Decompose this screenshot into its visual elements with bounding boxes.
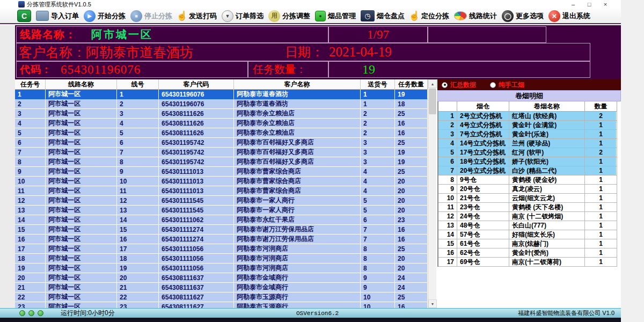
toolbar-button-烟品管理[interactable]: 烟品管理 (315, 11, 356, 21)
bin-cell: 17号立式分拣机 (457, 148, 509, 157)
toolbar-button-发送打码[interactable]: 发送打码 (177, 10, 217, 22)
table-cell: 19 (117, 264, 159, 273)
toolbar-button-导入订单[interactable]: 导入订单 (36, 11, 79, 21)
list-item[interactable]: 1348号仓长白山(777)1 (438, 221, 616, 230)
table-row[interactable]: 15阿市城一区15654301111274阿勒泰市谢万江劳保用品店716 (15, 225, 428, 235)
list-item[interactable]: 1123号仓黄鹤楼 (天下名楼)1 (438, 203, 616, 212)
row-number-cell: 12 (438, 212, 457, 221)
table-row[interactable]: 21阿市城一区21654308111637阿勒泰市金域商行924 (15, 283, 428, 292)
table-row[interactable]: 1阿市城一区1654301196076阿勒泰市道春酒坊119 (15, 90, 428, 99)
table-row[interactable]: 7阿市城一区7654301195742阿勒泰市百邻福好又多商店319 (15, 148, 428, 157)
table-cell: 20 (395, 254, 428, 264)
bin-cell: 2号立式分拣机 (457, 112, 509, 121)
table-row[interactable]: 8阿市城一区8654301195742阿勒泰市百邻福好又多商店319 (15, 157, 428, 167)
table-row[interactable]: 22阿市城一区22654308111627阿勒泰市玉源商行1025 (15, 292, 428, 302)
table-cell: 654301111545 (159, 206, 234, 215)
table-cell: 1 (117, 90, 159, 99)
app-window: 分拣管理系统软件V1.0.5 – □ × 导入订单开始分拣停止分拣发送打码订单筛… (0, 0, 621, 322)
toolbar-button-label: 线路统计 (469, 11, 497, 21)
list-item[interactable]: 1457号仓好猫(细支长乐)1 (438, 230, 616, 239)
list-item[interactable]: 1021号仓云烟(细支云龙)1 (438, 194, 616, 203)
row-number-cell: 4 (438, 139, 457, 148)
column-header: 数量 (585, 101, 617, 112)
scroll-down-icon[interactable]: ▼ (428, 299, 437, 308)
list-item[interactable]: 1662号仓黄金叶(爱尚)1 (438, 248, 616, 258)
list-item[interactable]: 12号立式分拣机红塔山 (软经典)2 (438, 112, 616, 121)
list-item[interactable]: 37号立式分拣机黄金叶(乐途)1 (438, 130, 616, 139)
table-cell: 17 (15, 244, 46, 254)
table-row[interactable]: 12阿市城一区12654301111545阿勒泰市一家人商行520 (15, 196, 428, 206)
minimize-button[interactable]: – (565, 0, 581, 9)
table-row[interactable]: 19阿市城一区19654301111056阿勒泰市河润商店820 (15, 264, 428, 273)
table-row[interactable]: 18阿市城一区18654301111056阿勒泰市河润商店820 (15, 254, 428, 264)
maximize-button[interactable]: □ (581, 0, 597, 9)
bin-cell: 62号仓 (457, 248, 509, 258)
table-cell: 阿勒泰市道春酒坊 (234, 99, 361, 109)
table-row[interactable]: 11阿市城一区11654301111013阿勒泰市曹家综合商店420 (15, 186, 428, 196)
table-cell: 9 (361, 283, 395, 292)
table-row[interactable]: 6阿市城一区6654301195742阿勒泰市百邻福好又多商店325 (15, 138, 428, 148)
toolbar-button-logo[interactable] (17, 10, 31, 22)
customer-value: 阿勒泰市道春酒坊 (86, 43, 193, 61)
list-item[interactable]: 89号仓黄鹤楼 (硬金砂)1 (438, 175, 616, 185)
table-cell: 阿勒泰市道春酒坊 (234, 90, 361, 99)
toolbar-button-开始分拣[interactable]: 开始分拣 (84, 10, 126, 22)
toolbar-button-退出系统[interactable]: 退出系统 (548, 10, 590, 22)
list-item[interactable]: 1561号仓南京(炫赫门)1 (438, 239, 616, 248)
table-cell: 2 (15, 99, 46, 109)
toolbar-button-label: 更多选项 (516, 11, 544, 21)
table-cell: 1 (361, 90, 395, 99)
list-item[interactable]: 517号立式分拣机红河 (软甲)2 (438, 148, 616, 157)
table-cell: 654301195742 (159, 138, 234, 148)
toolbar-button-线路统计[interactable]: 线路统计 (454, 11, 497, 21)
scrollbar-thumb[interactable] (429, 89, 436, 114)
list-item[interactable]: 618号立式分拣机娇子(软阳光)1 (438, 157, 616, 166)
table-row[interactable]: 13阿市城一区13654301111545阿勒泰市一家人商行520 (15, 206, 428, 215)
table-row[interactable]: 16阿市城一区16654301111274阿勒泰市谢万江劳保用品店716 (15, 235, 428, 244)
table-row[interactable]: 2阿市城一区2654301196076阿勒泰市道春酒坊118 (15, 99, 428, 109)
close-button[interactable]: × (597, 0, 613, 9)
toolbar-button-停止分拣[interactable]: 停止分拣 (130, 10, 172, 22)
list-item[interactable]: 24号立式分拣机黄金叶 (金满堂)1 (438, 121, 616, 130)
cigarette-name-cell: 真龙(凌云) (509, 185, 585, 194)
toolbar-button-更多选项[interactable]: 更多选项 (502, 10, 544, 22)
table-cell: 654301111013 (159, 186, 234, 196)
toolbar-button-分拣调整[interactable]: 分拣调整 (268, 10, 310, 22)
import-orders-icon (36, 11, 49, 21)
row-number-cell: 14 (438, 230, 457, 239)
table-cell: 20 (395, 186, 428, 196)
toolbar-button-定位分拣[interactable]: 定位分拣 (409, 10, 449, 22)
bin-cell: 21号仓 (457, 194, 509, 203)
list-item[interactable]: 1224号仓南京 (十二钗烤烟)1 (438, 212, 616, 221)
toolbar-button-烟仓盘点[interactable]: 烟仓盘点 (361, 10, 405, 21)
start-sorting-icon (84, 10, 96, 22)
table-row[interactable]: 23阿市城一区23654308111627阿勒泰市玉源商行1016 (15, 302, 428, 308)
scroll-up-icon[interactable]: ▲ (428, 79, 437, 88)
table-cell: 阿市城一区 (46, 302, 117, 308)
table-cell: 6 (361, 215, 395, 225)
toolbar-button-订单筛选[interactable]: 订单筛选 (222, 10, 264, 22)
table-row[interactable]: 17阿市城一区17654301111056阿勒泰市河润商店825 (15, 244, 428, 254)
radio-summary-data[interactable]: 汇总数据 (442, 80, 476, 90)
table-row[interactable]: 9阿市城一区9654301111013阿勒泰市曹家综合商店425 (15, 167, 428, 177)
list-item[interactable]: 720号立式分拣机白沙 (精品二代)1 (438, 166, 616, 175)
task-table-scrollbar[interactable]: ▲ ▼ (428, 79, 436, 308)
list-item[interactable]: 920号仓真龙(凌云)1 (438, 185, 616, 194)
table-row[interactable]: 14阿市城一区14654301111062阿勒泰市永红干果店623 (15, 215, 428, 225)
table-row[interactable]: 4阿市城一区4654308111626阿勒泰市余立粮油店216 (15, 119, 428, 128)
table-cell: 阿勒泰市玉源商行 (234, 292, 361, 302)
radio-manual-cigarette[interactable]: 纯手工烟 (490, 80, 524, 90)
table-cell: 19 (395, 90, 428, 99)
table-row[interactable]: 10阿市城一区10654301111013阿勒泰市曹家综合商店420 (15, 177, 428, 186)
radio-manual-label: 纯手工烟 (499, 80, 524, 90)
table-cell: 25 (395, 138, 428, 148)
list-item[interactable]: 414号立式分拣机兰州 (硬珍品)1 (438, 139, 616, 148)
list-item[interactable]: 1769号仓南京(十二钗薄荷)1 (438, 258, 616, 267)
table-cell: 阿勒泰市玉源商行 (234, 302, 361, 308)
table-cell: 20 (395, 206, 428, 215)
table-cell: 阿勒泰市百邻福好又多商店 (234, 148, 361, 157)
table-row[interactable]: 5阿市城一区5654308111626阿勒泰市余立粮油店216 (15, 128, 428, 138)
table-cell: 阿市城一区 (46, 206, 117, 215)
table-row[interactable]: 3阿市城一区3654308111626阿勒泰市余立粮油店225 (15, 109, 428, 119)
table-row[interactable]: 20阿市城一区20654308111637阿勒泰市金域商行924 (15, 273, 428, 283)
